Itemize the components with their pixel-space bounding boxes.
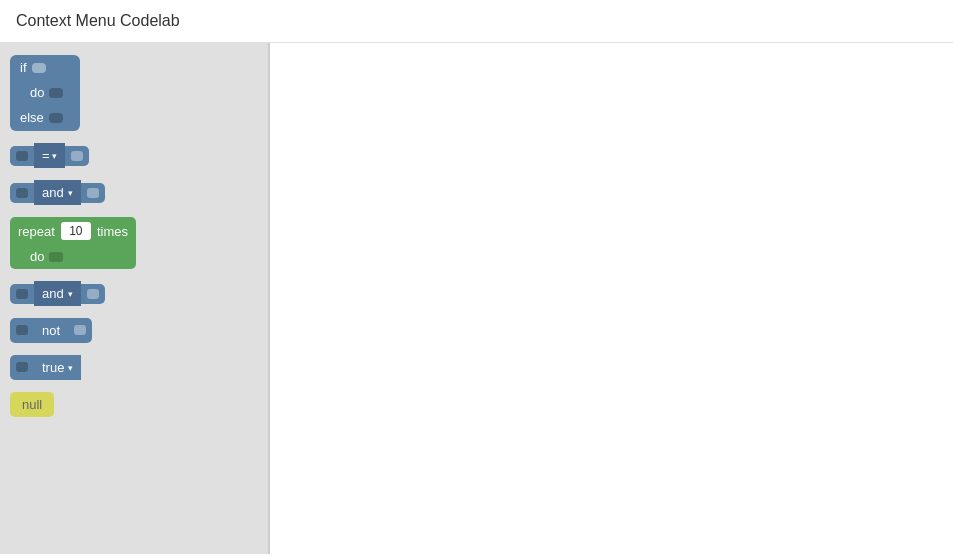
not-right-notch-wrap: [68, 318, 92, 343]
if-label: if: [20, 60, 27, 75]
else-row: else: [10, 105, 80, 131]
null-label: null: [22, 397, 42, 412]
and2-left-part: [10, 284, 34, 304]
not-label-wrap: not: [34, 318, 68, 343]
do-label: do: [30, 85, 44, 100]
if-do-else-block[interactable]: if do else: [10, 55, 258, 131]
eq-right-notch: [71, 151, 83, 161]
and2-right-part: [81, 284, 105, 304]
eq-operator-label: = ▾: [34, 143, 65, 168]
eq-right-connector: [65, 146, 89, 166]
true-left-notch: [16, 362, 28, 372]
else-indent-notch: [49, 113, 63, 123]
not-block[interactable]: not: [10, 318, 258, 343]
do-row: do: [10, 80, 80, 105]
repeat-do-notch: [49, 252, 63, 262]
null-block[interactable]: null: [10, 392, 258, 417]
toolbox: if do else = ▾: [0, 43, 270, 554]
repeat-label: repeat: [18, 224, 55, 239]
not-left-notch: [16, 325, 28, 335]
and-left-notch: [16, 188, 28, 198]
do-indent-notch: [49, 88, 63, 98]
eq-left-connector: [10, 146, 34, 166]
true-label: true: [42, 360, 64, 375]
and-block-1[interactable]: and ▾: [10, 180, 258, 205]
and2-right-notch: [87, 289, 99, 299]
else-label: else: [20, 110, 44, 125]
and-label-2: and: [42, 286, 64, 301]
true-left-wrap: [10, 355, 34, 380]
if-input-notch: [32, 63, 46, 73]
workspace: [270, 43, 953, 554]
and2-center-part: and ▾: [34, 281, 81, 306]
and-center-part: and ▾: [34, 180, 81, 205]
repeat-value-input[interactable]: [61, 222, 91, 240]
null-inner: null: [10, 392, 54, 417]
and-dropdown-2[interactable]: ▾: [68, 289, 73, 299]
repeat-top-row: repeat times: [10, 217, 136, 245]
equals-block[interactable]: = ▾: [10, 143, 258, 168]
true-block[interactable]: true ▾: [10, 355, 258, 380]
if-row[interactable]: if: [10, 55, 80, 80]
not-left-notch-wrap: [10, 318, 34, 343]
true-dropdown[interactable]: ▾: [68, 363, 73, 373]
and-block-2[interactable]: and ▾: [10, 281, 258, 306]
repeat-do-label: do: [30, 249, 44, 264]
and-dropdown-1[interactable]: ▾: [68, 188, 73, 198]
times-label: times: [97, 224, 128, 239]
and-right-part: [81, 183, 105, 203]
not-right-notch: [74, 325, 86, 335]
app-title: Context Menu Codelab: [0, 0, 953, 43]
repeat-block[interactable]: repeat times do: [10, 217, 258, 269]
and-right-notch: [87, 188, 99, 198]
eq-dropdown-arrow[interactable]: ▾: [52, 151, 57, 161]
repeat-do-row: do: [10, 245, 136, 269]
and2-left-notch: [16, 289, 28, 299]
eq-left-notch: [16, 151, 28, 161]
eq-op-text: =: [42, 148, 50, 163]
true-center-wrap: true ▾: [34, 355, 81, 380]
and-left-part: [10, 183, 34, 203]
not-label: not: [42, 323, 60, 338]
and-label-1: and: [42, 185, 64, 200]
